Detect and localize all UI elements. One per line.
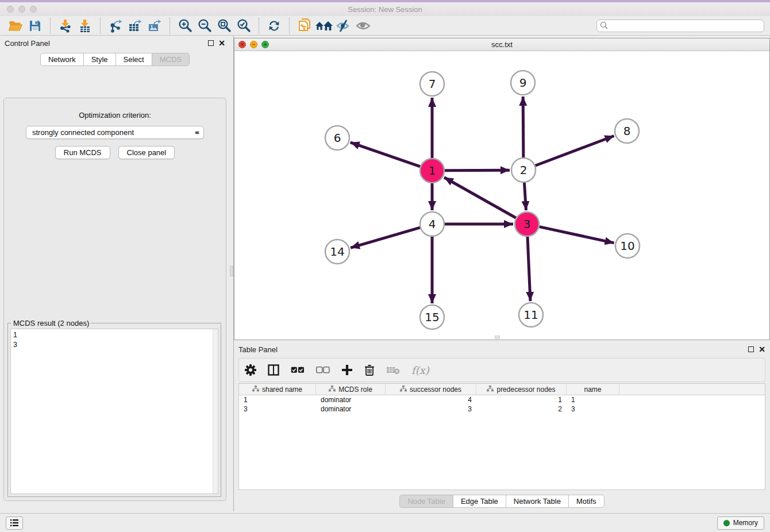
hide-details-icon[interactable] [334,17,353,34]
column-header-successor-nodes[interactable]: successor nodes [386,384,476,395]
export-table-icon[interactable] [125,17,145,34]
cell-mcds-role[interactable]: dominator [316,405,386,413]
run-mcds-button[interactable]: Run MCDS [55,146,110,159]
network-graph[interactable]: 7968124314101511 [234,51,769,340]
delete-table-icon[interactable] [386,365,400,375]
tab-edge-table[interactable]: Edge Table [453,495,506,508]
float-table-panel-icon[interactable] [748,346,754,352]
graph-node-label-14: 14 [330,245,344,259]
result-scrollbar[interactable] [213,329,218,494]
column-header-predecessor-nodes[interactable]: predecessor nodes [476,384,567,395]
add-icon[interactable] [341,364,353,376]
show-details-icon[interactable] [353,17,373,34]
duplicate-network-icon[interactable] [295,17,314,34]
close-panel-icon[interactable]: ✕ [218,40,225,46]
column-header-shared-name[interactable]: shared name [239,384,316,395]
graph-node-label-15: 15 [425,310,439,324]
deselect-all-icon[interactable] [316,366,330,374]
cell-predecessor-nodes[interactable]: 2 [476,405,567,413]
cell-name[interactable]: 1 [567,396,619,404]
network-window-titlebar[interactable]: × − + scc.txt [234,38,769,51]
main-titlebar[interactable]: Session: New Session [0,2,770,16]
window-controls[interactable] [7,6,37,13]
edge-2-8[interactable] [536,136,614,165]
tab-node-table[interactable]: Node Table [399,495,453,508]
network-resize-grip[interactable] [495,336,500,339]
minimize-window-icon[interactable] [18,6,25,13]
cell-successor-nodes[interactable]: 4 [386,396,476,404]
memory-label: Memory [733,519,758,527]
import-table-icon[interactable] [75,17,95,34]
edge-1-2[interactable] [445,170,510,171]
mcds-result-box[interactable]: 1 3 [10,329,218,494]
export-network-icon[interactable] [106,17,125,34]
network-close-icon[interactable]: × [238,41,246,48]
cell-mcds-role[interactable]: dominator [316,396,386,404]
search-field-wrap [596,20,764,32]
edge-3-10[interactable] [539,227,614,243]
zoom-in-icon[interactable] [175,17,195,34]
table-panel-title: Table Panel [238,345,278,354]
optimization-criterion-select[interactable]: strongly connected component [26,126,204,139]
cell-name[interactable]: 3 [567,405,619,413]
table-row[interactable]: 3dominator323 [239,404,765,414]
export-image-icon[interactable] [145,17,164,34]
close-panel-button[interactable]: Close panel [118,146,175,159]
node-table[interactable]: shared nameMCDS rolesuccessor nodesprede… [238,383,765,490]
function-builder-icon[interactable]: f(x) [411,364,429,376]
delete-icon[interactable] [364,364,375,376]
float-panel-icon[interactable] [208,40,214,46]
column-layout-icon[interactable] [268,364,279,376]
edge-2-9[interactable] [523,97,523,157]
zoom-fit-icon[interactable] [214,17,234,34]
tab-mcds[interactable]: MCDS [152,53,190,66]
edge-4-14[interactable] [351,228,420,248]
mcds-panel: Optimization criterion: strongly connect… [3,98,226,501]
table-body: 1dominator4113dominator323 [239,395,765,414]
close-window-icon[interactable] [7,6,14,13]
mcds-result-title: MCDS result (2 nodes) [11,319,91,327]
tab-motifs[interactable]: Motifs [568,495,605,508]
table-row[interactable]: 1dominator411 [239,395,765,404]
edge-1-6[interactable] [351,142,421,167]
control-panel: Control Panel ✕ NetworkStyleSelectMCDS O… [0,36,230,506]
network-zoom-icon[interactable]: + [261,41,269,48]
tab-network-table[interactable]: Network Table [506,495,568,508]
close-table-panel-icon[interactable]: ✕ [759,346,765,352]
cell-shared-name[interactable]: 1 [239,396,316,404]
cell-shared-name[interactable]: 3 [239,405,316,413]
zoom-window-icon[interactable] [30,6,37,13]
home-icon[interactable] [314,17,334,34]
column-header-mcds-role[interactable]: MCDS role [316,384,386,395]
splitter-grip[interactable] [230,266,233,276]
import-network-icon[interactable] [56,17,75,34]
tab-style[interactable]: Style [83,53,116,66]
tab-network[interactable]: Network [40,53,83,66]
cell-successor-nodes[interactable]: 3 [386,405,476,413]
graph-node-label-3: 3 [523,217,531,231]
zoom-selected-icon[interactable] [234,17,253,34]
graph-node-label-2: 2 [520,163,528,177]
edge-3-1[interactable] [444,178,516,218]
mcds-result-text: 1 3 [11,329,218,351]
optimization-criterion-value: strongly connected component [32,128,134,137]
panel-splitter[interactable] [230,36,234,511]
column-header-name[interactable]: name [567,384,619,395]
tab-select[interactable]: Select [116,53,152,66]
open-folder-icon[interactable] [6,17,25,34]
search-input[interactable] [596,20,764,32]
memory-button[interactable]: Memory [717,516,764,530]
zoom-out-icon[interactable] [195,17,214,34]
task-history-button[interactable] [6,516,23,530]
edge-3-11[interactable] [528,237,530,301]
select-all-icon[interactable] [291,366,305,374]
application-window: Session: New Session [0,0,770,532]
network-minimize-icon[interactable]: − [250,41,257,48]
refresh-icon[interactable] [264,17,284,34]
save-icon[interactable] [25,17,45,34]
network-canvas[interactable]: 7968124314101511 [234,51,769,340]
edge-2-3[interactable] [524,183,526,210]
cell-predecessor-nodes[interactable]: 1 [476,396,567,404]
gear-icon[interactable] [245,364,256,376]
toolbar-separator [289,18,290,34]
